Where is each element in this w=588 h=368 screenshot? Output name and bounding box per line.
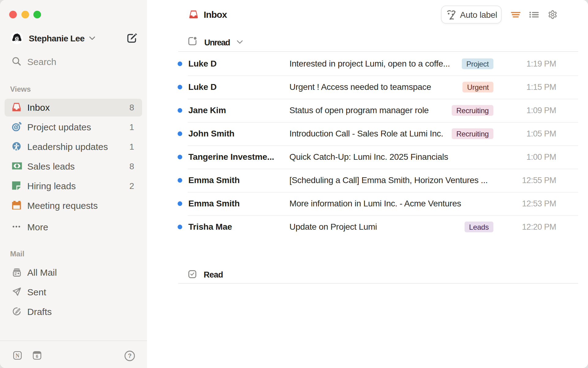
svg-text:N: N: [16, 353, 20, 359]
svg-text:?: ?: [128, 352, 131, 359]
svg-text:6: 6: [36, 354, 38, 359]
